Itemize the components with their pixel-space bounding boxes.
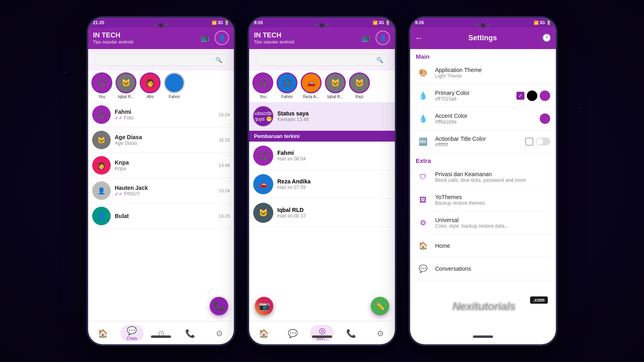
- chat-item-hauten[interactable]: 👤 Hauten Jack ✓✓ PING!!! 13.24: [88, 178, 234, 204]
- settings-icon-1: ⚙: [216, 329, 223, 338]
- fab-instagram-2[interactable]: 📷: [255, 297, 273, 315]
- chat-item-bulat[interactable]: 👤 Bulat 13.23: [88, 204, 234, 229]
- chat-msg-text-hauten: PING!!!: [124, 191, 140, 197]
- settings-primary-color[interactable]: 💧 Primary Color #ff7015a8 ✓: [410, 84, 556, 107]
- primary-color-controls: ✓: [516, 90, 550, 101]
- search-input-2[interactable]: [261, 57, 376, 63]
- header-icons-2: 📺 👤: [360, 31, 390, 45]
- home-settings-icon: 🏠: [416, 239, 430, 253]
- nav-chats-2[interactable]: 💬: [278, 329, 307, 338]
- phone-2-notch: [315, 23, 329, 27]
- chat-item-knpa[interactable]: 👩 Knpa Knpa 13.48: [88, 153, 234, 178]
- nav-home-2[interactable]: 🏠: [249, 329, 278, 338]
- theme-label: Application Theme: [435, 67, 550, 73]
- search-bar-1: 🔍: [95, 54, 227, 66]
- nav-settings-1[interactable]: ⚙: [205, 329, 234, 338]
- nav-settings-2[interactable]: ⚙: [366, 329, 395, 338]
- settings-actionbar-color[interactable]: 🔤 Actionbar Title Color #ffffffff: [410, 130, 556, 153]
- chats-icon-2: 💬: [288, 329, 298, 338]
- actionbar-checkbox-empty[interactable]: [525, 138, 533, 146]
- settings-text-primary: Primary Color #ff7015a8: [435, 90, 512, 102]
- actionbar-controls: [525, 138, 550, 146]
- actionbar-toggle[interactable]: [536, 138, 550, 146]
- nav-calls-1[interactable]: 📞: [175, 329, 204, 338]
- user-avatar-1[interactable]: 👤: [215, 31, 229, 45]
- settings-conversations[interactable]: 💬 Conversations: [410, 257, 556, 280]
- nav-calls-2[interactable]: 📞: [336, 329, 365, 338]
- search-icon-1[interactable]: 🔍: [215, 57, 222, 63]
- settings-header: ← Settings 🕐: [410, 27, 556, 49]
- app-subtitle-2: Tips seputar android: [254, 39, 294, 44]
- phone-1-home-button[interactable]: [151, 335, 171, 338]
- status-right-1: 📶 3G 🔋: [212, 21, 229, 25]
- settings-universal[interactable]: ⚙ Universal Color, style, backup restore…: [410, 212, 556, 234]
- settings-home[interactable]: 🏠 Home: [410, 234, 556, 257]
- chat-avatar-knpa: 👩: [92, 156, 111, 175]
- story-iqbal-2[interactable]: 🐱 Iqbal R...: [325, 72, 346, 99]
- status-list-2: 🎧 Fahmi Hari ini 08.04 🚗 Reza Andika Har…: [249, 142, 395, 321]
- status-fahmi[interactable]: 🎧 Fahmi Hari ini 08.04: [249, 142, 395, 170]
- back-button[interactable]: ←: [415, 33, 423, 43]
- camera-dot: [159, 23, 163, 27]
- privacy-sublabel: Block calls, blue ticks, password and mo…: [435, 177, 550, 183]
- chat-item-age[interactable]: 🐱 Age Diasa Age Diasa 15.10: [88, 128, 234, 153]
- battery-1: 🔋: [224, 21, 229, 25]
- settings-accent-color[interactable]: 💧 Accent Color #ff6a1b9a: [410, 107, 556, 130]
- search-input-1[interactable]: [100, 57, 215, 63]
- home-icon-1: 🏠: [98, 329, 108, 338]
- chat-message-hauten: ✓✓ PING!!!: [115, 191, 215, 197]
- chat-content-bulat: Bulat: [115, 213, 215, 219]
- story-razi-2[interactable]: 🐱 Razi: [349, 72, 370, 99]
- story-you-2[interactable]: 🎧 You: [252, 72, 273, 99]
- chat-item-fahmi[interactable]: 🎧 Fahmi ✓✓ Foto 15.24: [88, 102, 234, 128]
- home-icon-2: 🏠: [259, 329, 269, 338]
- story-name-fahmi-2: Fahmi: [281, 95, 293, 99]
- fab-camera-2[interactable]: ✏️: [371, 297, 389, 315]
- my-status-time: Kemarin 13.48: [277, 117, 309, 122]
- status-name-fahmi: Fahmi: [277, 150, 306, 156]
- fab-whatsapp-1[interactable]: 📞: [210, 297, 228, 315]
- settings-privacy[interactable]: 🛡 Privasi dan Keamanan Block calls, blue…: [410, 166, 556, 189]
- status-reza[interactable]: 🚗 Reza Andika Hari ini 07.59: [249, 170, 395, 199]
- accent-color-label: Accent Color: [435, 113, 535, 119]
- phone-3-home-button[interactable]: [473, 335, 493, 338]
- primary-swatch-purple[interactable]: [540, 90, 550, 101]
- search-icon-2[interactable]: 🔍: [376, 57, 383, 63]
- status-right-2: 📶 3G 🔋: [373, 21, 390, 25]
- primary-swatch-black[interactable]: [527, 90, 537, 101]
- story-you-1[interactable]: 🎧 You: [91, 72, 112, 99]
- theme-sublabel: Light Theme: [435, 73, 550, 79]
- nav-home-1[interactable]: 🏠: [88, 329, 117, 338]
- story-fahmi-2[interactable]: 🎧 Fahmi: [277, 72, 297, 99]
- story-avatar-fahmi-2: 🎧: [277, 72, 297, 93]
- user-avatar-2[interactable]: 👤: [376, 31, 390, 45]
- status-name-iqbal: Iqbal RLD: [277, 207, 306, 213]
- story-fahmi-1[interactable]: 👤 Fahmi: [164, 72, 185, 99]
- story-afni-1[interactable]: 👩 Afni: [140, 72, 161, 99]
- story-reza-2[interactable]: 🚗 Reza A...: [301, 72, 322, 99]
- check-hauten: ✓✓: [115, 191, 123, 197]
- cast-icon-1[interactable]: 📺: [199, 32, 211, 43]
- story-avatar-you-1: 🎧: [91, 72, 112, 93]
- accent-swatch-purple[interactable]: [540, 113, 550, 124]
- phone-2-home-button[interactable]: [312, 335, 332, 338]
- my-status-item[interactable]: Subscribe guys 😁 Status saya Kemarin 13.…: [249, 102, 395, 131]
- settings-app-theme[interactable]: 🎨 Application Theme Light Theme: [410, 62, 556, 84]
- clock-icon[interactable]: 🕐: [542, 33, 551, 42]
- story-iqbal-1[interactable]: 🐱 Iqbal R...: [116, 72, 136, 99]
- nav-stories-2[interactable]: ◎ Stori...: [308, 325, 336, 341]
- chat-avatar-fahmi: 🎧: [92, 105, 111, 124]
- cast-icon-2[interactable]: 📺: [360, 32, 372, 43]
- conversations-label: Conversations: [435, 265, 550, 272]
- settings-yothemes[interactable]: 🖼 YoThemes Backup restore themes: [410, 189, 556, 212]
- status-avatar-iqbal: 🐱: [253, 203, 273, 223]
- chats-icon-1: 💬: [127, 326, 137, 335]
- phone-1: 21:25 📶 3G 🔋 IN TECH Tips seputar androi…: [87, 16, 235, 346]
- yothemes-sublabel: Backup restore themes: [435, 200, 550, 206]
- yothemes-icon: 🖼: [416, 193, 430, 207]
- story-name-fahmi-1: Fahmi: [169, 95, 180, 99]
- nav-chats-bg-1: 💬 Chats: [120, 325, 144, 341]
- status-iqbal[interactable]: 🐱 Iqbal RLD Hari ini 00.37: [249, 199, 395, 227]
- nav-chats-1[interactable]: 💬 Chats: [117, 325, 146, 341]
- primary-checkbox[interactable]: ✓: [516, 92, 524, 100]
